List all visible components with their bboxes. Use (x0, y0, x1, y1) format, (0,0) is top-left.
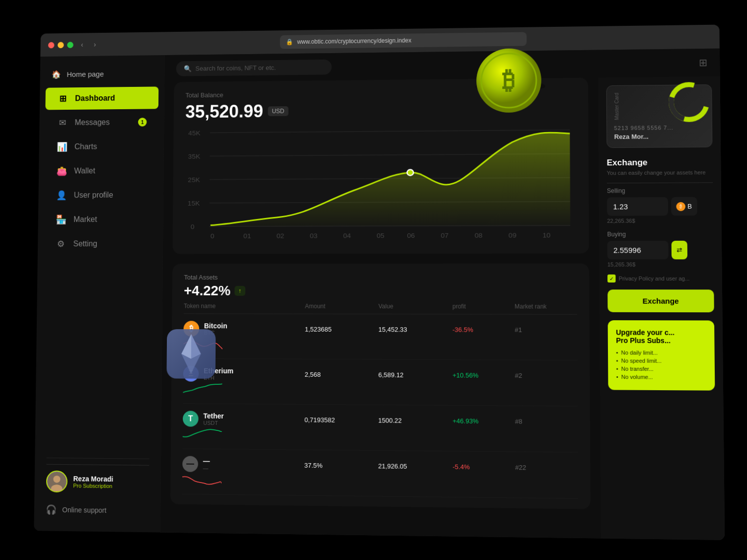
table-header: Token name Amount Value profit Market ra… (184, 299, 577, 315)
other-value: 21,926.05 (378, 462, 452, 471)
url-bar[interactable]: 🔒 www.obtic.com/cryptocurrency/design.in… (280, 32, 527, 49)
btc-coin-icon: ₿ (676, 202, 685, 210)
svg-text:05: 05 (376, 232, 384, 239)
sidebar-item-wallet[interactable]: 👛 Wallet (44, 159, 158, 182)
forward-button[interactable]: › (91, 39, 99, 50)
svg-text:02: 02 (277, 232, 285, 240)
svg-text:06: 06 (407, 232, 415, 239)
privacy-row: ✓ Privacy Policy and user ag... (607, 275, 714, 282)
usdt-icon: T (183, 411, 199, 426)
bullet-icon-2: • (616, 357, 618, 363)
usdt-name: Tether (203, 412, 224, 420)
svg-point-28 (407, 170, 414, 176)
user-profile-section[interactable]: Reza Moradi Pro Subscription (46, 464, 149, 499)
wallet-icon: 👛 (56, 166, 68, 177)
token-cell-usdt: T Tether USDT (183, 411, 304, 427)
col-amount: Amount (305, 303, 378, 310)
sidebar-profile-label: User profile (74, 191, 113, 200)
exchange-title: Exchange (607, 157, 713, 168)
search-placeholder: Search for coins, NFT or etc. (195, 64, 276, 71)
eth-profit: +10.56% (452, 371, 515, 379)
sidebar-dashboard-label: Dashboard (75, 94, 115, 103)
arrow-up-icon: ↑ (238, 287, 241, 294)
close-button[interactable] (48, 42, 55, 48)
privacy-checkbox[interactable]: ✓ (607, 275, 615, 282)
exchange-swap-badge[interactable]: ⇄ (672, 241, 687, 260)
assets-growth-row: +4.22% ↑ (184, 283, 577, 299)
lock-icon: 🔒 (286, 39, 294, 46)
btc-rank: #1 (515, 326, 577, 334)
btc-coin-badge[interactable]: ₿ B (671, 197, 697, 216)
content-area: Total Balance 35,520.99 USD (160, 76, 725, 540)
bullet-icon-4: • (616, 374, 618, 380)
assets-growth-value: +4.22% (184, 283, 230, 299)
chart-container: 45K 35K 25K 15K 0 0 01 02 03 04 (184, 124, 577, 244)
balance-amount-row: 35,520.99 USD (185, 98, 576, 123)
usdt-sparkline (183, 426, 222, 442)
bullet-icon-1: • (616, 350, 618, 355)
card-section: Master Card 5213 9658 5556 7... Reza Mor… (606, 84, 713, 148)
sidebar-item-messages[interactable]: ✉ Messages 1 (45, 111, 158, 134)
sidebar-item-setting[interactable]: ⚙ Setting (43, 232, 157, 255)
sidebar-setting-label: Setting (73, 239, 97, 248)
btc-profit: -36.5% (452, 326, 515, 333)
user-info: Reza Moradi Pro Subscription (73, 475, 113, 489)
sidebar-item-dashboard[interactable]: ⊞ Dashboard (45, 86, 158, 110)
card-label: Master Card (614, 93, 620, 120)
sidebar-item-user-profile[interactable]: 👤 User profile (44, 184, 158, 207)
home-icon: 🏠 (52, 70, 61, 79)
other-symbol: — (203, 465, 210, 471)
eth-amount: 2,568 (304, 370, 378, 378)
sidebar-home-item[interactable]: 🏠 Home page (40, 65, 165, 83)
balance-section: Total Balance 35,520.99 USD (172, 78, 589, 254)
search-bar[interactable]: 🔍 Search for coins, NFT or etc. (176, 59, 331, 76)
balance-value: 35,520.99 (185, 101, 263, 123)
online-support[interactable]: 🎧 Online support (46, 498, 149, 522)
left-panel: Total Balance 35,520.99 USD (160, 77, 601, 538)
upgrade-item-4: • No volume... (616, 374, 707, 380)
grid-view-icon[interactable]: ⊞ (699, 57, 708, 69)
assets-header: Total Assets (184, 274, 577, 281)
sidebar-messages-label: Messages (75, 118, 109, 127)
svg-text:10: 10 (542, 232, 550, 239)
exchange-subtitle: You can easily change your assets here (607, 169, 713, 176)
maximize-button[interactable] (67, 42, 74, 48)
table-row-btc[interactable]: ₿ Bitcoin BTC 1,523685 15,452.33 -36.5% … (183, 314, 578, 360)
privacy-text: Privacy Policy and user ag... (619, 276, 690, 281)
token-cell-other: — — — (182, 456, 304, 473)
buying-input[interactable] (607, 241, 669, 260)
back-button[interactable]: ‹ (78, 39, 86, 50)
assets-section: Total Assets +4.22% ↑ Token name (170, 264, 591, 509)
url-text: www.obtic.com/cryptocurrency/design.inde… (297, 37, 411, 46)
usdt-rank: #8 (515, 418, 578, 425)
other-name: — (203, 457, 210, 465)
svg-text:01: 01 (243, 232, 251, 240)
messages-badge: 1 (138, 118, 147, 127)
currency-badge: USD (268, 106, 288, 116)
sidebar-item-charts[interactable]: 📊 Charts (45, 135, 158, 158)
svg-text:08: 08 (475, 232, 483, 239)
exchange-button[interactable]: Exchange (607, 289, 714, 312)
upgrade-item-2: • No speed limit... (616, 357, 707, 364)
col-rank: Market rank (515, 303, 577, 310)
table-row-eth[interactable]: Ξ Etherium ETH 2,568 6,589.12 +10.56% #2 (183, 359, 578, 407)
exchange-section: Exchange You can easily change your asse… (607, 157, 714, 321)
user-icon: 👤 (56, 190, 67, 201)
setting-icon: ⚙ (55, 239, 67, 250)
sidebar-charts-label: Charts (75, 142, 97, 151)
charts-icon: 📊 (56, 141, 68, 152)
upgrade-item-3: • No transfer... (616, 366, 707, 372)
selling-input[interactable] (607, 197, 668, 216)
minimize-button[interactable] (58, 42, 64, 48)
avatar (46, 471, 68, 492)
balance-chart: 45K 35K 25K 15K 0 0 01 02 03 04 (184, 124, 577, 244)
dashboard-icon: ⊞ (57, 93, 69, 104)
table-row-other[interactable]: — — — 37.5% 21,926.05 -5.4% #22 (182, 449, 578, 498)
table-row-usdt[interactable]: T Tether USDT 0,7193582 1500.22 +46.93% … (182, 404, 578, 452)
selling-row: ₿ B (607, 197, 713, 216)
home-label: Home page (67, 70, 104, 78)
other-rank: #22 (515, 463, 578, 472)
buying-row: ⇄ (607, 241, 714, 260)
sidebar-item-market[interactable]: 🏪 Market (44, 208, 157, 231)
col-profit: profit (452, 303, 515, 310)
